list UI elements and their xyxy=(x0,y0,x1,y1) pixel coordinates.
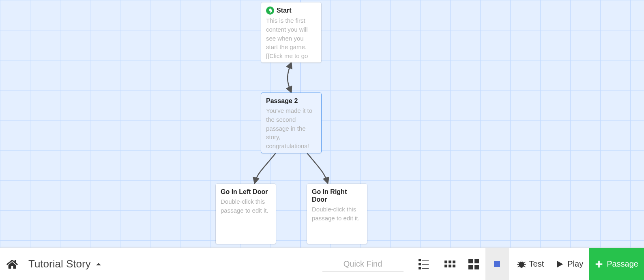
passage-title: Start xyxy=(277,6,291,14)
home-icon xyxy=(6,258,18,270)
story-list-view-button[interactable] xyxy=(412,248,436,280)
grid-medium-icon xyxy=(468,259,479,269)
passage-right-door[interactable]: Go In Right Door Double-click this passa… xyxy=(307,184,367,244)
list-icon xyxy=(419,259,429,269)
caret-up-icon xyxy=(95,261,102,268)
add-passage-button[interactable]: Passage xyxy=(589,248,644,280)
zoom-small-button[interactable] xyxy=(438,248,462,280)
passage-title: Go In Left Door xyxy=(221,188,268,196)
passage-body: This is the first content you will see w… xyxy=(266,16,316,60)
test-label: Test xyxy=(529,259,544,269)
story-canvas[interactable]: Start This is the first content you will… xyxy=(0,0,644,248)
passage-body: You've made it to the second passage in … xyxy=(266,106,316,151)
start-rocket-icon xyxy=(266,6,274,15)
toolbar: Tutorial Story Test xyxy=(0,248,644,280)
test-button[interactable]: Test xyxy=(511,248,550,280)
passage-title: Go In Right Door xyxy=(312,188,362,203)
play-icon xyxy=(555,260,564,269)
zoom-large-button[interactable] xyxy=(485,248,509,280)
passage-2[interactable]: Passage 2 You've made it to the second p… xyxy=(261,93,321,153)
passage-left-door[interactable]: Go In Left Door Double-click this passag… xyxy=(216,184,276,244)
grid-large-icon xyxy=(494,261,500,267)
play-label: Play xyxy=(567,259,583,269)
story-title: Tutorial Story xyxy=(28,258,91,270)
zoom-medium-button[interactable] xyxy=(462,248,485,280)
passage-title: Passage 2 xyxy=(266,97,298,105)
grid-small-icon xyxy=(444,261,455,267)
story-menu-button[interactable]: Tutorial Story xyxy=(24,258,106,270)
bug-icon xyxy=(517,260,526,269)
quick-find-input[interactable] xyxy=(322,257,404,271)
passage-body: Double-click this passage to edit it. xyxy=(221,197,271,215)
passage-body: Double-click this passage to edit it. xyxy=(312,205,362,223)
add-passage-label: Passage xyxy=(607,259,638,269)
home-button[interactable] xyxy=(0,258,24,270)
plus-icon xyxy=(595,260,603,269)
passage-start[interactable]: Start This is the first content you will… xyxy=(261,2,321,62)
zoom-controls xyxy=(438,248,509,280)
play-button[interactable]: Play xyxy=(550,248,589,280)
